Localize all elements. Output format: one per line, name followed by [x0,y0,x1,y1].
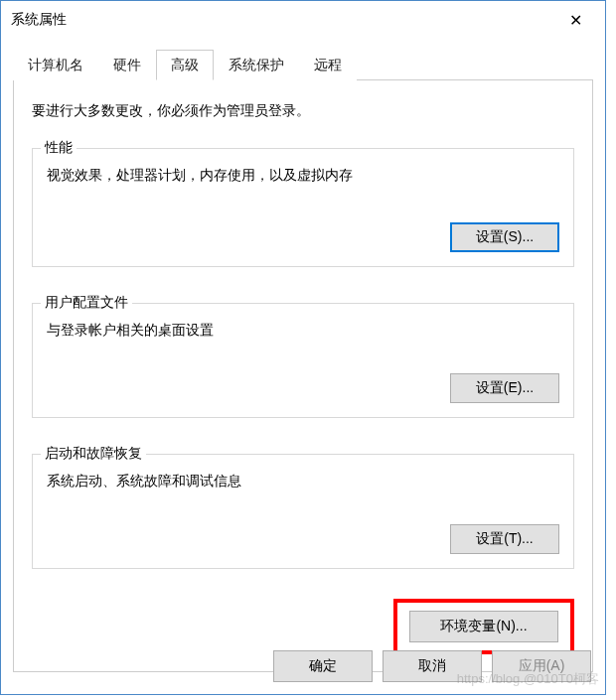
environment-variables-highlight: 环境变量(N)... [393,599,574,654]
group-startup-recovery-legend: 启动和故障恢复 [41,445,146,463]
environment-variables-row: 环境变量(N)... [32,599,574,654]
titlebar: 系统属性 ✕ [1,1,605,39]
startup-recovery-settings-button[interactable]: 设置(T)... [450,524,559,554]
group-performance: 性能 视觉效果，处理器计划，内存使用，以及虚拟内存 设置(S)... [32,148,574,267]
ok-button[interactable]: 确定 [273,650,373,682]
tab-computer-name[interactable]: 计算机名 [13,50,98,80]
cancel-button[interactable]: 取消 [383,650,482,682]
tabpanel-advanced: 要进行大多数更改，你必须作为管理员登录。 性能 视觉效果，处理器计划，内存使用，… [13,80,593,672]
group-performance-legend: 性能 [41,139,77,157]
close-button[interactable]: ✕ [555,5,595,35]
tab-system-protection[interactable]: 系统保护 [214,50,299,80]
dialog-button-row: 确定 取消 应用(A) [273,650,591,682]
apply-button[interactable]: 应用(A) [492,650,591,682]
tab-remote[interactable]: 远程 [299,50,357,80]
group-startup-recovery: 启动和故障恢复 系统启动、系统故障和调试信息 设置(T)... [32,454,574,569]
system-properties-window: 系统属性 ✕ 计算机名 硬件 高级 系统保护 远程 要进行大多数更改，你必须作为… [0,0,606,695]
group-startup-recovery-desc: 系统启动、系统故障和调试信息 [47,473,559,490]
tab-advanced[interactable]: 高级 [156,50,214,80]
user-profiles-settings-button[interactable]: 设置(E)... [450,373,559,403]
group-user-profiles: 用户配置文件 与登录帐户相关的桌面设置 设置(E)... [32,303,574,418]
tabstrip: 计算机名 硬件 高级 系统保护 远程 [13,49,593,80]
group-user-profiles-desc: 与登录帐户相关的桌面设置 [47,322,559,340]
performance-settings-button[interactable]: 设置(S)... [450,222,559,252]
admin-notice: 要进行大多数更改，你必须作为管理员登录。 [32,102,574,120]
group-performance-desc: 视觉效果，处理器计划，内存使用，以及虚拟内存 [47,167,559,185]
close-icon: ✕ [569,11,582,30]
client-area: 计算机名 硬件 高级 系统保护 远程 要进行大多数更改，你必须作为管理员登录。 … [1,39,605,684]
tab-hardware[interactable]: 硬件 [98,50,156,80]
group-user-profiles-legend: 用户配置文件 [41,294,132,312]
window-title: 系统属性 [11,11,67,29]
environment-variables-button[interactable]: 环境变量(N)... [409,611,558,642]
